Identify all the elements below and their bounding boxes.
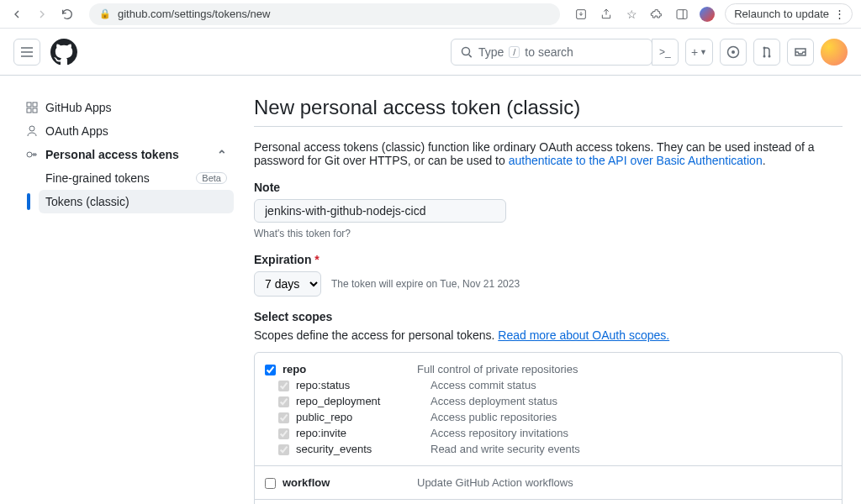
back-button[interactable] bbox=[8, 6, 25, 23]
note-help: What's this token for? bbox=[254, 228, 843, 239]
install-icon[interactable] bbox=[573, 7, 589, 22]
svg-point-7 bbox=[769, 55, 771, 57]
github-header: Type / to search >_ + ▼ bbox=[0, 29, 861, 76]
user-avatar[interactable] bbox=[821, 39, 848, 66]
extensions-icon[interactable] bbox=[649, 7, 664, 22]
scope-checkbox[interactable] bbox=[278, 412, 289, 423]
scopes-intro: Scopes define the access for personal to… bbox=[254, 328, 843, 342]
search-kbd: / bbox=[509, 46, 520, 58]
lock-icon: 🔒 bbox=[99, 8, 111, 19]
command-palette-button[interactable]: >_ bbox=[652, 39, 679, 66]
browser-toolbar: 🔒 github.com/settings/tokens/new ☆ Relau… bbox=[0, 0, 861, 29]
scopes-box: repo Full control of private repositorie… bbox=[254, 352, 843, 504]
issues-button[interactable] bbox=[720, 39, 747, 66]
sidebar-item-tokens-classic[interactable]: Tokens (classic) bbox=[39, 190, 234, 213]
relaunch-button[interactable]: Relaunch to update ⋮ bbox=[725, 3, 853, 24]
scope-checkbox[interactable] bbox=[278, 444, 289, 455]
caret-down-icon: ▼ bbox=[700, 48, 707, 56]
search-suffix: to search bbox=[525, 45, 573, 59]
scope-public-repo[interactable]: public_repo Access public repositories bbox=[265, 409, 832, 425]
scopes-link[interactable]: Read more about OAuth scopes. bbox=[498, 328, 669, 342]
svg-rect-9 bbox=[33, 102, 37, 107]
settings-sidebar: GitHub Apps OAuth Apps Personal access t… bbox=[18, 96, 234, 504]
pull-requests-button[interactable] bbox=[753, 39, 780, 66]
bookmark-icon[interactable]: ☆ bbox=[624, 7, 639, 22]
search-prefix: Type bbox=[478, 45, 504, 59]
sidebar-item-github-apps[interactable]: GitHub Apps bbox=[18, 96, 234, 119]
scope-repo-status[interactable]: repo:status Access commit status bbox=[265, 377, 832, 393]
sidebar-label: GitHub Apps bbox=[45, 101, 112, 114]
note-label: Note bbox=[254, 181, 843, 194]
expiration-note: The token will expire on Tue, Nov 21 202… bbox=[331, 278, 520, 290]
svg-point-4 bbox=[732, 50, 735, 54]
svg-point-12 bbox=[29, 126, 34, 131]
scope-security-events[interactable]: security_events Read and write security … bbox=[265, 441, 832, 457]
scope-checkbox-repo[interactable] bbox=[265, 365, 276, 375]
share-icon[interactable] bbox=[599, 7, 614, 22]
sidebar-item-pat[interactable]: Personal access tokens ⌃ bbox=[18, 143, 234, 166]
scopes-label: Select scopes bbox=[254, 310, 843, 323]
scope-workflow[interactable]: workflow Update GitHub Action workflows bbox=[265, 475, 832, 491]
github-logo[interactable] bbox=[50, 39, 77, 66]
scope-checkbox[interactable] bbox=[278, 381, 289, 391]
svg-rect-1 bbox=[677, 9, 687, 18]
profile-ext-icon[interactable] bbox=[700, 7, 715, 22]
intro-text: Personal access tokens (classic) functio… bbox=[254, 140, 843, 167]
scope-repo[interactable]: repo Full control of private repositorie… bbox=[265, 361, 832, 377]
intro-link[interactable]: authenticate to the API over Basic Authe… bbox=[509, 154, 763, 167]
url-text: github.com/settings/tokens/new bbox=[118, 8, 270, 20]
expiration-label: Expiration * bbox=[254, 253, 843, 266]
sidebar-label: Tokens (classic) bbox=[45, 195, 129, 208]
svg-point-5 bbox=[763, 46, 766, 49]
svg-point-13 bbox=[27, 152, 32, 157]
hamburger-button[interactable] bbox=[13, 39, 40, 66]
required-star: * bbox=[314, 253, 319, 266]
sidebar-label: OAuth Apps bbox=[45, 124, 108, 138]
main-content: New personal access token (classic) Pers… bbox=[254, 96, 843, 504]
beta-badge: Beta bbox=[196, 172, 227, 184]
scope-checkbox[interactable] bbox=[265, 478, 276, 489]
scope-repo-deployment[interactable]: repo_deployment Access deployment status bbox=[265, 393, 832, 409]
relaunch-label: Relaunch to update bbox=[734, 8, 829, 20]
page-title: New personal access token (classic) bbox=[254, 96, 843, 127]
sidebar-item-oauth-apps[interactable]: OAuth Apps bbox=[18, 119, 234, 143]
sidepanel-icon[interactable] bbox=[674, 7, 689, 22]
search-input[interactable]: Type / to search bbox=[451, 39, 652, 66]
forward-button[interactable] bbox=[34, 6, 50, 23]
sidebar-item-fine-grained[interactable]: Fine-grained tokens Beta bbox=[39, 166, 234, 190]
inbox-button[interactable] bbox=[787, 39, 814, 66]
note-input[interactable] bbox=[254, 199, 506, 223]
svg-point-6 bbox=[763, 55, 766, 57]
scope-checkbox[interactable] bbox=[278, 428, 289, 439]
sidebar-label: Fine-grained tokens bbox=[45, 171, 150, 185]
chevron-up-icon: ⌃ bbox=[217, 148, 227, 161]
kebab-icon: ⋮ bbox=[834, 8, 843, 20]
reload-button[interactable] bbox=[59, 6, 76, 23]
create-new-button[interactable]: + ▼ bbox=[685, 39, 713, 66]
svg-rect-8 bbox=[27, 102, 31, 107]
scope-checkbox[interactable] bbox=[278, 396, 289, 407]
svg-rect-11 bbox=[33, 108, 37, 113]
svg-rect-10 bbox=[27, 108, 31, 113]
sidebar-label: Personal access tokens bbox=[45, 148, 179, 161]
plus-icon: + bbox=[691, 45, 698, 59]
url-bar[interactable]: 🔒 github.com/settings/tokens/new bbox=[89, 3, 560, 25]
expiration-select[interactable]: 7 days bbox=[254, 271, 321, 297]
scope-repo-invite[interactable]: repo:invite Access repository invitation… bbox=[265, 425, 832, 441]
